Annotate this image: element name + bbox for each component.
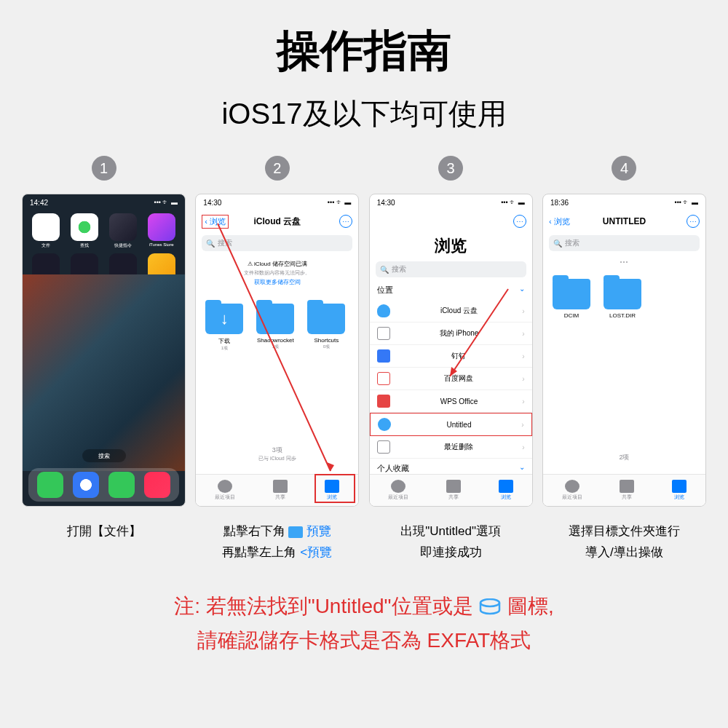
footer-count: 2项	[543, 453, 705, 462]
section-locations[interactable]: 位置⌄	[370, 280, 532, 300]
tab-shared[interactable]: 共享	[620, 480, 634, 501]
row-baidu[interactable]: 百度网盘›	[370, 368, 532, 390]
step-caption: 點擊右下角 預覽 再點擊左上角 <預覽	[195, 521, 359, 563]
footer-count: 3项 已与 iCloud 同步	[196, 446, 358, 462]
dock-phone[interactable]	[37, 472, 63, 498]
steps-row: 1 14:42 ••• ᯤ ▬ 文件 查找 快捷指令 iTunes Store …	[22, 156, 706, 563]
folder-icon-inline	[288, 526, 303, 538]
status-icons: ••• ᯤ ▬	[154, 199, 178, 206]
step-number: 4	[612, 156, 636, 181]
nav-header: ‹ 浏览 iCloud 云盘 ⋯	[196, 210, 358, 232]
tab-bar: 最近项目 共享 浏览	[370, 474, 532, 506]
search-input[interactable]: 🔍 搜索	[376, 261, 526, 277]
disk-icon	[478, 598, 502, 616]
warning-title: ⚠ iCloud 储存空间已满	[206, 260, 348, 268]
footnote: 注: 若無法找到"Untitled"位置或是 圖標, 請確認儲存卡格式是否為 E…	[22, 589, 706, 658]
phone-home: 14:42 ••• ᯤ ▬ 文件 查找 快捷指令 iTunes Store 翻译…	[22, 194, 186, 507]
dock-safari[interactable]	[73, 472, 99, 498]
main-title: 操作指南	[22, 22, 706, 81]
svg-point-4	[480, 599, 499, 606]
more-button[interactable]: ⋯	[687, 215, 700, 228]
time-label: 18:36	[550, 199, 569, 207]
row-trash[interactable]: 最近删除›	[370, 436, 532, 459]
folder-shortcuts[interactable]: Shortcuts0项	[305, 304, 347, 352]
dock	[28, 468, 179, 502]
app-shortcuts[interactable]: 快捷指令	[106, 213, 141, 249]
row-icloud[interactable]: iCloud 云盘›	[370, 300, 532, 323]
app-files[interactable]: 文件	[28, 213, 64, 249]
spotlight-search[interactable]: 搜索	[82, 449, 126, 462]
phone-untitled: 18:36 ••• ᯤ ▬ ‹ 浏览 UNTITLED ⋯ 🔍 搜索 ⋯ DCI…	[542, 194, 706, 507]
tab-bar: 最近项目 共享 浏览	[196, 474, 358, 506]
tab-shared[interactable]: 共享	[446, 480, 461, 501]
nav-header: ‹ 浏览 UNTITLED ⋯	[543, 210, 705, 232]
dock-music[interactable]	[144, 472, 170, 498]
search-input[interactable]: 🔍 搜索	[202, 235, 352, 251]
more-button[interactable]: ⋯	[339, 215, 352, 228]
tab-browse[interactable]: 浏览	[672, 480, 687, 501]
app-itunes[interactable]: iTunes Store	[143, 213, 179, 249]
status-bar: 18:36 ••• ᯤ ▬	[543, 194, 705, 210]
chevron-down-icon: ⌄	[519, 463, 525, 474]
tab-browse[interactable]: 浏览	[499, 480, 513, 501]
phone-icloud: 14:30 ••• ᯤ ▬ ‹ 浏览 iCloud 云盘 ⋯ 🔍 搜索 ⚠ iC…	[195, 194, 359, 507]
storage-warning: ⚠ iCloud 储存空间已满 文件和数据内容将无法同步。 获取更多储存空间	[202, 256, 352, 290]
dock-messages[interactable]	[108, 472, 135, 498]
folder-dcim[interactable]: DCIM	[550, 279, 593, 319]
step-caption: 打開【文件】	[22, 521, 186, 542]
folder-shadowrocket[interactable]: Shadowrocket1项	[254, 304, 296, 352]
status-icons: ••• ᯤ ▬	[501, 199, 524, 206]
step-4: 4 18:36 ••• ᯤ ▬ ‹ 浏览 UNTITLED ⋯ 🔍 搜索 ⋯ D…	[542, 156, 706, 563]
status-bar: 14:30 ••• ᯤ ▬	[370, 194, 532, 210]
step-2: 2 14:30 ••• ᯤ ▬ ‹ 浏览 iCloud 云盘 ⋯ 🔍 搜索 ⚠ …	[195, 156, 359, 563]
step-number: 2	[265, 156, 290, 181]
nav-header: ⋯	[370, 210, 532, 232]
status-icons: ••• ᯤ ▬	[328, 199, 351, 206]
status-icons: ••• ᯤ ▬	[675, 199, 698, 206]
status-bar: 14:42 ••• ᯤ ▬	[23, 194, 185, 210]
phone-browse: 14:30 ••• ᯤ ▬ ⋯ 浏览 🔍 搜索 位置⌄ iCloud 云盘› 我…	[369, 194, 533, 507]
tab-recent[interactable]: 最近项目	[388, 480, 408, 501]
row-dingtalk[interactable]: 钉钉›	[370, 345, 532, 368]
folder-grid: 下载1项 Shadowrocket1项 Shortcuts0项	[196, 295, 358, 360]
more-button[interactable]: ⋯	[513, 215, 526, 228]
subtitle: iOS17及以下均可使用	[22, 94, 706, 134]
back-button[interactable]: ‹ 浏览	[549, 216, 570, 227]
nav-title: UNTITLED	[603, 216, 646, 226]
tab-recent[interactable]: 最近项目	[562, 480, 582, 501]
step-caption: 選擇目標文件夾進行 導入/導出操做	[542, 521, 706, 563]
warning-link[interactable]: 获取更多储存空间	[206, 278, 348, 286]
page-title: 浏览	[370, 232, 532, 258]
step-3: 3 14:30 ••• ᯤ ▬ ⋯ 浏览 🔍 搜索 位置⌄ iCloud 云盘›…	[369, 156, 533, 563]
folder-lostdir[interactable]: LOST.DIR	[601, 279, 644, 319]
wallpaper	[23, 274, 185, 471]
tab-browse[interactable]: 浏览	[325, 480, 339, 501]
folder-grid: DCIM LOST.DIR	[543, 270, 705, 328]
nav-title: iCloud 云盘	[253, 215, 301, 228]
time-label: 14:30	[377, 199, 395, 207]
row-wps[interactable]: WPS Office›	[370, 390, 532, 413]
svg-marker-1	[327, 462, 334, 471]
tab-recent[interactable]: 最近项目	[215, 480, 235, 501]
chevron-down-icon: ⌄	[519, 285, 525, 296]
row-untitled[interactable]: Untitled›	[370, 413, 532, 436]
status-bar: 14:30 ••• ᯤ ▬	[196, 194, 358, 210]
folder-downloads[interactable]: 下载1项	[203, 304, 245, 352]
tab-shared[interactable]: 共享	[273, 480, 288, 501]
step-number: 1	[92, 156, 116, 181]
search-input[interactable]: 🔍 搜索	[549, 235, 700, 251]
tab-bar: 最近项目 共享 浏览	[543, 474, 705, 506]
step-caption: 出現"Untitled"選項 即連接成功	[369, 521, 533, 563]
ellipsis: ⋯	[543, 254, 705, 270]
disk-icon	[378, 418, 391, 431]
time-label: 14:42	[30, 199, 48, 207]
step-number: 3	[438, 156, 463, 181]
row-iphone[interactable]: 我的 iPhone›	[370, 323, 532, 345]
time-label: 14:30	[203, 199, 221, 207]
back-button[interactable]: ‹ 浏览	[202, 215, 229, 229]
warning-sub: 文件和数据内容将无法同步。	[206, 269, 348, 277]
app-findmy[interactable]: 查找	[67, 213, 103, 249]
step-1: 1 14:42 ••• ᯤ ▬ 文件 查找 快捷指令 iTunes Store …	[22, 156, 186, 563]
